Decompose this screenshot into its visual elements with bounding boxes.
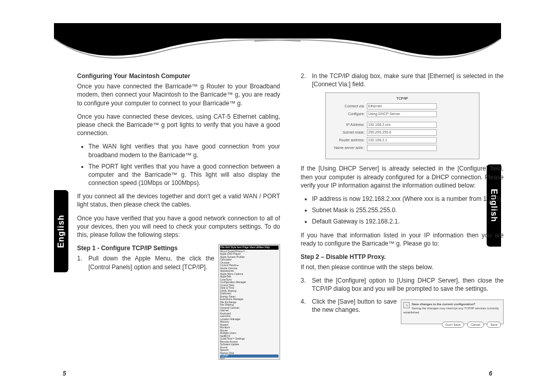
dialog-title: TCP/IP (329, 96, 476, 101)
figure-tcpip-dialog: TCP/IP Connect via:Ethernet Configure:Us… (325, 92, 479, 159)
curve-right (254, 39, 501, 69)
figure-apple-menu: File Edit Style Item Page View Utilities… (218, 244, 280, 360)
bullet-wan-light: The WAN light verifies that you have goo… (88, 142, 280, 159)
bullet-ip: IP address is now 192.168.2.xxx (Where x… (312, 195, 504, 203)
step-number: 4. (301, 297, 308, 314)
heading-config-mac: Configuring Your Macintosh Computer (77, 72, 280, 80)
top-black-band (54, 23, 501, 39)
step-text: Set the [Configure] option to [Using DHC… (312, 276, 504, 293)
configure-field: Using DHCP Server (367, 111, 437, 117)
bullet-subnet: Subnet Mask is 255.255.255.0. (312, 206, 504, 214)
bullet-gateway: Default Gateway is 192.168.2.1. (312, 217, 504, 226)
paragraph: If you have that information listed in y… (301, 231, 504, 248)
step-number: 3. (301, 276, 308, 293)
heading-step2: Step 2 – Disable HTTP Proxy. (301, 253, 504, 261)
page-number-right: 6 (489, 370, 492, 377)
step-text: Click the [Save] button to save the new … (312, 297, 397, 314)
step-number: 1. (77, 254, 84, 271)
page-number-left: 5 (63, 370, 66, 377)
figure-save-dialog: ⚠ Save changes to the current configurat… (401, 300, 504, 324)
paragraph: Once you have connected the Barricade™ g… (77, 82, 280, 107)
language-tab-label: English (57, 215, 66, 248)
cancel-button: Cancel (467, 322, 484, 328)
page-right: 2. In the TCP/IP dialog box, make sure t… (301, 72, 504, 329)
save-button: Save (487, 322, 501, 328)
paragraph: Once you have connected these devices, u… (77, 113, 280, 138)
language-tab-left: English (54, 190, 68, 272)
paragraph: If the [Using DHCP Server] is already se… (301, 164, 504, 190)
paragraph: If not, then please continue with the st… (301, 263, 504, 271)
step-text: In the TCP/IP dialog box, make sure that… (312, 72, 504, 88)
bullet-port-light: The PORT light verifies that you have a … (88, 162, 280, 188)
paragraph: If you connect all the devices together … (77, 192, 280, 209)
warning-icon: ⚠ (403, 302, 410, 308)
page-left: Configuring Your Macintosh Computer Once… (77, 72, 280, 360)
connect-via-field: Ethernet (367, 103, 437, 109)
step-number: 2. (301, 72, 308, 88)
dont-save-button: Don't Save (442, 322, 464, 328)
paragraph: Once you have verified that you have a g… (77, 214, 280, 239)
step-text: Pull down the Apple Menu, the click the … (88, 254, 214, 271)
